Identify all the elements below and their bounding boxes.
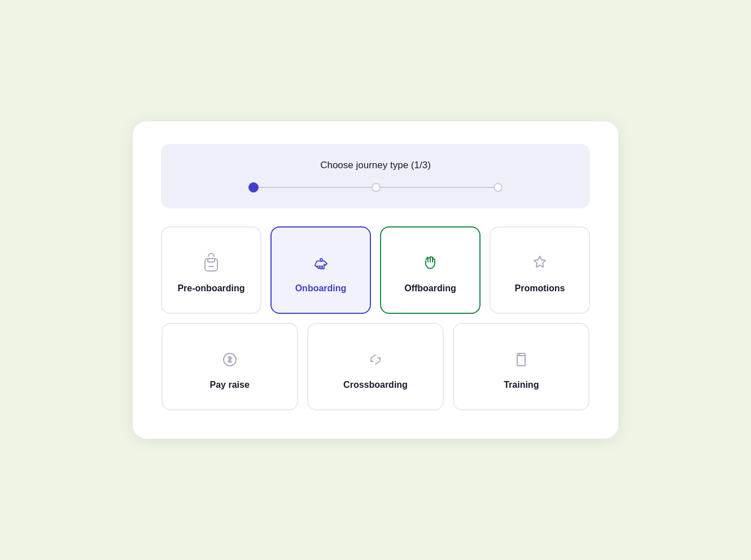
step-dot-1[interactable] xyxy=(248,182,259,193)
card-training[interactable]: Training xyxy=(453,323,590,410)
card-pay-raise[interactable]: Pay raise xyxy=(161,323,298,410)
step-bar: Choose journey type (1/3) xyxy=(161,144,590,208)
step-line-2 xyxy=(381,187,494,188)
handshake-icon xyxy=(308,251,333,275)
card-onboarding-label: Onboarding xyxy=(295,283,347,294)
card-pre-onboarding[interactable]: Pre-onboarding xyxy=(161,226,261,314)
step-indicator xyxy=(184,182,567,193)
card-pay-raise-label: Pay raise xyxy=(210,380,250,390)
card-crossboarding-label: Crossboarding xyxy=(343,380,408,390)
step-title: Choose journey type (1/3) xyxy=(184,160,567,171)
journey-type-card: Choose journey type (1/3) Pre-onboarding xyxy=(133,121,618,439)
card-offboarding[interactable]: Offboarding xyxy=(380,226,481,314)
step-dot-2[interactable] xyxy=(372,183,381,192)
card-pre-onboarding-label: Pre-onboarding xyxy=(177,283,244,294)
step-line-1 xyxy=(259,187,372,188)
wave-icon xyxy=(418,251,443,275)
star-icon xyxy=(527,251,552,275)
card-onboarding[interactable]: Onboarding xyxy=(270,226,371,314)
svg-rect-0 xyxy=(205,259,217,271)
card-offboarding-label: Offboarding xyxy=(404,283,456,294)
top-row-cards: Pre-onboarding Onboarding Off xyxy=(161,226,590,314)
card-promotions[interactable]: Promotions xyxy=(490,226,590,314)
card-training-label: Training xyxy=(504,380,539,390)
dollar-icon xyxy=(217,347,242,372)
backpack-icon xyxy=(199,251,224,275)
card-promotions-label: Promotions xyxy=(515,283,565,294)
book-icon xyxy=(509,347,534,372)
arrows-icon xyxy=(363,347,388,372)
bottom-row-cards: Pay raise Crossboarding Training xyxy=(161,323,590,410)
card-crossboarding[interactable]: Crossboarding xyxy=(307,323,444,410)
step-dot-3[interactable] xyxy=(494,183,503,192)
